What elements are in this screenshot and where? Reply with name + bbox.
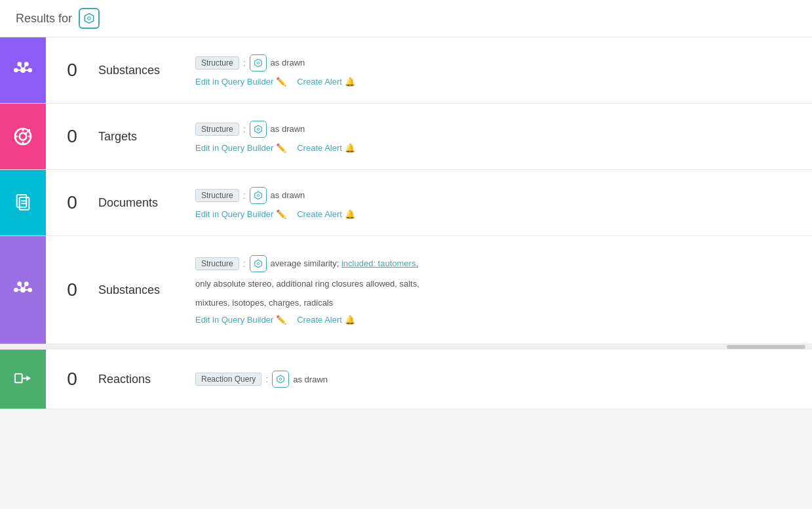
edit-query-builder-targets-1[interactable]: Edit in Query Builder ✏️ xyxy=(195,143,286,153)
molecule-icon-1 xyxy=(250,54,267,71)
horizontal-scrollbar[interactable] xyxy=(0,344,812,350)
result-row-substances-2: 0 Substances Structure : average similar… xyxy=(0,236,812,344)
substances-2-desc-1: average similarity; included: tautomers, xyxy=(271,258,418,268)
bell-icon-4: 🔔 xyxy=(345,315,355,325)
edit-label-substances-2: Edit in Query Builder xyxy=(195,315,273,325)
targets-1-tags: Structure : as drawn xyxy=(195,121,807,138)
create-alert-targets-1[interactable]: Create Alert 🔔 xyxy=(297,143,355,153)
documents-1-count: 0 xyxy=(46,170,98,235)
edit-icon-1: ✏️ xyxy=(276,77,286,87)
alert-label-substances-1: Create Alert xyxy=(297,77,342,87)
alert-label-targets-1: Create Alert xyxy=(297,143,342,153)
bell-icon-3: 🔔 xyxy=(345,209,355,219)
results-content: 0 Substances Structure : as drawn Edit i… xyxy=(0,37,812,409)
substances-2-tags: Structure : average similarity; included… xyxy=(195,255,807,272)
reactions-1-tags: Reaction Query : as drawn xyxy=(195,371,807,388)
targets-1-count: 0 xyxy=(46,104,98,169)
bell-icon-2: 🔔 xyxy=(345,143,355,153)
svg-point-12 xyxy=(257,62,260,64)
svg-rect-40 xyxy=(15,374,22,382)
edit-label-targets-1: Edit in Query Builder xyxy=(195,143,273,153)
edit-icon-3: ✏️ xyxy=(276,209,286,219)
reactions-1-icon-box xyxy=(0,350,46,409)
targets-icon xyxy=(12,126,33,147)
substances-1-category: Substances xyxy=(98,37,190,103)
alert-label-documents-1: Create Alert xyxy=(297,209,342,219)
edit-query-builder-substances-2[interactable]: Edit in Query Builder ✏️ xyxy=(195,315,286,325)
header-bar: Results for xyxy=(0,0,812,37)
targets-1-query-info: Structure : as drawn Edit in Query Build… xyxy=(190,104,812,169)
substances-1-desc: as drawn xyxy=(271,58,305,68)
targets-1-icon-box xyxy=(0,104,46,169)
result-row-targets-1: 0 Targets Structure : as drawn Edit in Q… xyxy=(0,104,812,170)
svg-marker-42 xyxy=(26,376,31,381)
edit-label-documents-1: Edit in Query Builder xyxy=(195,209,273,219)
svg-point-44 xyxy=(280,378,282,380)
molecule-icon-4 xyxy=(250,255,267,272)
create-alert-documents-1[interactable]: Create Alert 🔔 xyxy=(297,209,355,219)
substances-2-icon xyxy=(12,279,33,300)
molecule-icon-5 xyxy=(272,371,289,388)
edit-icon-2: ✏️ xyxy=(276,143,286,153)
targets-1-actions: Edit in Query Builder ✏️ Create Alert 🔔 xyxy=(195,143,807,153)
svg-point-28 xyxy=(257,194,260,197)
molecule-icon-2 xyxy=(250,121,267,138)
svg-point-1 xyxy=(88,17,91,20)
reactions-1-query-info: Reaction Query : as drawn xyxy=(190,350,812,409)
molecule-icon-3 xyxy=(250,187,267,204)
structure-tag-3: Structure xyxy=(195,189,239,202)
documents-1-tags: Structure : as drawn xyxy=(195,187,807,204)
substances-2-desc-3: mixtures, isotopes, charges, radicals xyxy=(195,296,807,310)
svg-marker-11 xyxy=(254,59,261,67)
documents-1-desc: as drawn xyxy=(271,190,305,200)
documents-1-actions: Edit in Query Builder ✏️ Create Alert 🔔 xyxy=(195,209,807,219)
substances-2-query-info: Structure : average similarity; included… xyxy=(190,236,812,344)
structure-tag-1: Structure xyxy=(195,56,239,70)
svg-point-22 xyxy=(257,128,260,131)
svg-marker-0 xyxy=(85,14,94,24)
create-alert-substances-2[interactable]: Create Alert 🔔 xyxy=(297,315,355,325)
edit-label-substances-1: Edit in Query Builder xyxy=(195,77,273,87)
create-alert-substances-1[interactable]: Create Alert 🔔 xyxy=(297,77,355,87)
alert-label-substances-2: Create Alert xyxy=(297,315,342,325)
reactions-1-count: 0 xyxy=(46,350,98,409)
substances-1-count: 0 xyxy=(46,37,98,103)
header-molecule-icon xyxy=(79,8,100,29)
substances-2-icon-box xyxy=(0,236,46,344)
substances-1-tags: Structure : as drawn xyxy=(195,54,807,71)
substances-1-icon-box xyxy=(0,37,46,103)
substances-1-query-info: Structure : as drawn Edit in Query Build… xyxy=(190,37,812,103)
substances-2-category: Substances xyxy=(98,236,190,344)
svg-marker-27 xyxy=(254,192,261,199)
substances-2-actions: Edit in Query Builder ✏️ Create Alert 🔔 xyxy=(195,315,807,325)
reactions-1-desc: as drawn xyxy=(293,375,328,384)
documents-1-icon-box xyxy=(0,170,46,235)
reaction-query-tag: Reaction Query xyxy=(195,373,261,386)
svg-marker-21 xyxy=(254,125,261,133)
targets-1-desc: as drawn xyxy=(271,124,305,134)
substances-2-count: 0 xyxy=(46,236,98,344)
edit-icon-4: ✏️ xyxy=(276,315,286,325)
targets-1-category: Targets xyxy=(98,104,190,169)
documents-1-query-info: Structure : as drawn Edit in Query Build… xyxy=(190,170,812,235)
bell-icon-1: 🔔 xyxy=(345,77,355,87)
scrollbar-thumb[interactable] xyxy=(727,345,805,349)
reactions-icon xyxy=(12,369,33,390)
structure-tag-4: Structure xyxy=(195,257,239,270)
results-for-label: Results for xyxy=(16,12,72,26)
substances-1-actions: Edit in Query Builder ✏️ Create Alert 🔔 xyxy=(195,77,807,87)
edit-query-builder-substances-1[interactable]: Edit in Query Builder ✏️ xyxy=(195,77,286,87)
result-row-documents-1: 0 Documents Structure : as drawn Edit in… xyxy=(0,170,812,236)
edit-query-builder-documents-1[interactable]: Edit in Query Builder ✏️ xyxy=(195,209,286,219)
result-row-substances-1: 0 Substances Structure : as drawn Edit i… xyxy=(0,37,812,104)
structure-tag-2: Structure xyxy=(195,123,239,136)
svg-marker-38 xyxy=(254,260,261,268)
substances-icon xyxy=(12,60,33,81)
svg-marker-43 xyxy=(277,375,284,383)
result-row-reactions-1: 0 Reactions Reaction Query : as drawn xyxy=(0,350,812,409)
substances-2-desc-2: only absolute stereo, additional ring cl… xyxy=(195,277,807,291)
documents-1-category: Documents xyxy=(98,170,190,235)
svg-point-39 xyxy=(257,262,260,265)
reactions-1-category: Reactions xyxy=(98,350,190,409)
documents-icon xyxy=(12,192,33,213)
